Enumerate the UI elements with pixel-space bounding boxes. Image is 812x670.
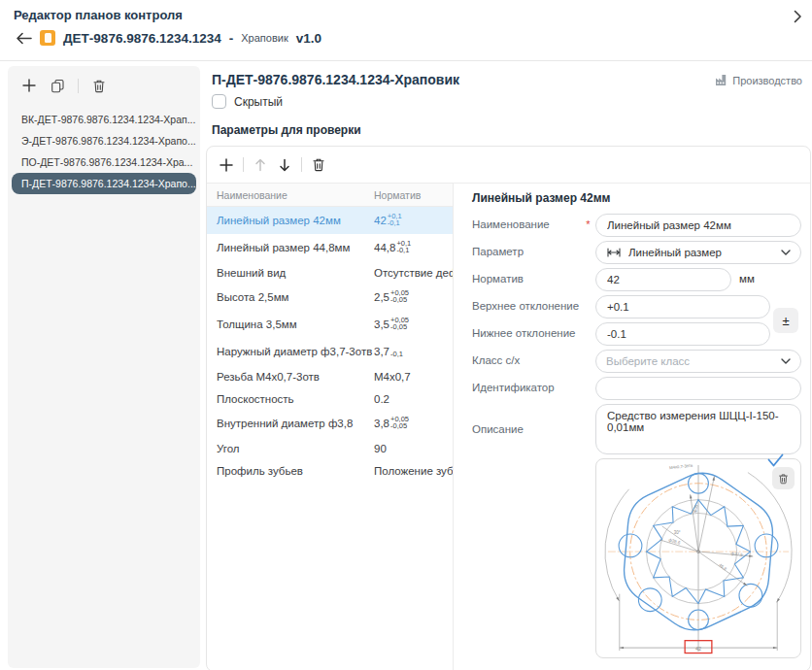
description-field[interactable]: Средство измерения ШЦЦ-I-150-0,01мм xyxy=(595,404,801,454)
collapse-panel-icon[interactable] xyxy=(787,6,808,27)
chevron-down-icon xyxy=(781,250,791,255)
document-icon xyxy=(40,30,55,46)
upper-deviation-field[interactable] xyxy=(595,295,770,318)
parameter-form: Линейный размер 42мм Наименование * Пара… xyxy=(454,184,810,670)
column-norm: Норматив xyxy=(374,189,453,201)
name-field[interactable] xyxy=(595,214,801,237)
sidebar-plan-item[interactable]: Э-ДЕТ-9876.9876.1234.1234-Храпо... xyxy=(12,130,196,151)
plans-sidebar: ВК-ДЕТ-9876.9876.1234.1234-Храп...Э-ДЕТ-… xyxy=(8,66,200,668)
status-badge: Производство xyxy=(714,72,802,86)
param-row[interactable]: Толщина 3,5мм3,5+0,05-0,05 xyxy=(207,311,453,338)
svg-text:46,8: 46,8 xyxy=(718,562,727,571)
param-row[interactable]: Профиль зубьевПоложение зубь... xyxy=(207,459,453,482)
lower-deviation-field[interactable] xyxy=(595,322,770,346)
param-name: Внутренний диаметр ф3,8 xyxy=(207,418,374,429)
identifier-field[interactable] xyxy=(595,377,801,400)
document-name: Храповик xyxy=(241,32,288,44)
param-row[interactable]: Угол90 xyxy=(207,437,453,459)
param-row[interactable]: Плоскостность0.2 xyxy=(207,387,453,410)
delete-image-button[interactable] xyxy=(772,467,795,489)
move-down-button[interactable] xyxy=(277,157,292,173)
toolbar-divider xyxy=(243,157,244,172)
param-norm: 42+0,1-0,1 xyxy=(374,214,453,228)
linear-dimension-icon xyxy=(606,248,622,257)
param-norm: 90 xyxy=(374,443,453,454)
breadcrumb: ДЕТ-9876.9876.1234.1234 - Храповик v1.0 xyxy=(16,28,321,48)
class-select[interactable]: Выберите класс xyxy=(595,350,801,373)
sidebar-plan-item[interactable]: П-ДЕТ-9876.9876.1234.1234-Храпо... xyxy=(12,173,196,194)
sidebar-toolbar xyxy=(8,66,200,102)
param-norm: 3,5+0,05-0,05 xyxy=(374,318,453,332)
param-name: Внешний вид xyxy=(207,267,374,279)
param-name: Линейный размер 42мм xyxy=(207,215,374,226)
deviation-group: Верхнее отклонение Нижнее отклонение ± xyxy=(472,295,810,346)
name-field-label: Наименование xyxy=(472,214,581,237)
class-select-placeholder: Выберите класс xyxy=(606,355,774,367)
param-row[interactable]: Внутренний диаметр ф3,83,8+0,05-0,05 xyxy=(207,410,453,437)
parameters-toolbar xyxy=(207,147,810,184)
param-norm: 0.2 xyxy=(374,393,453,405)
plus-minus-button[interactable]: ± xyxy=(773,308,798,333)
check-icon xyxy=(767,453,784,467)
part-drawing-box: 46,8ф37,5ф28,6ф3530°М4х0,7-3отв42 xyxy=(595,458,801,658)
document-version: v1.0 xyxy=(296,31,321,46)
page-title: Редактор планов контроля xyxy=(14,8,183,22)
add-plan-button[interactable] xyxy=(21,78,37,93)
production-icon xyxy=(714,74,727,86)
trash-icon xyxy=(778,472,789,486)
svg-text:30°: 30° xyxy=(674,530,681,535)
param-row[interactable]: Резьба М4х0,7-3отвМ4х0,7 xyxy=(207,365,453,387)
param-row[interactable]: Наружный диаметр ф3,7-3отв3,7 -0,1 xyxy=(207,338,453,365)
parameter-select[interactable]: Линейный размер xyxy=(595,241,801,264)
param-norm: 44,8+0,1-0,1 xyxy=(374,241,453,255)
param-norm: 2,5+0,05-0,05 xyxy=(374,290,453,305)
delete-plan-button[interactable] xyxy=(91,78,107,93)
param-row[interactable]: Высота 2,5мм2,5+0,05-0,05 xyxy=(207,284,453,311)
main-panel: П-ДЕТ-9876.9876.1234.1234-Храповик Произ… xyxy=(206,66,812,670)
document-code: ДЕТ-9876.9876.1234.1234 xyxy=(63,31,221,46)
norm-field[interactable] xyxy=(595,268,731,291)
required-asterisk: * xyxy=(581,214,595,237)
breadcrumb-separator: - xyxy=(229,31,234,46)
status-label: Производство xyxy=(732,75,802,86)
delete-parameter-button[interactable] xyxy=(311,157,326,173)
param-row[interactable]: Линейный размер 42мм42+0,1-0,1 xyxy=(207,207,453,234)
hidden-checkbox[interactable] xyxy=(212,94,226,109)
param-name: Толщина 3,5мм xyxy=(207,318,374,330)
toolbar-divider xyxy=(78,79,79,93)
description-field-label: Описание xyxy=(472,404,581,454)
param-name: Линейный размер 44,8мм xyxy=(207,242,374,253)
param-name: Плоскостность xyxy=(207,393,374,405)
param-name: Наружный диаметр ф3,7-3отв xyxy=(207,346,374,357)
norm-unit: мм xyxy=(731,268,755,291)
form-title: Линейный размер 42мм xyxy=(472,191,810,205)
svg-text:М4х0,7-3отв: М4х0,7-3отв xyxy=(669,463,694,471)
copy-plan-button[interactable] xyxy=(50,78,65,93)
param-norm: 3,8+0,05-0,05 xyxy=(374,417,453,431)
add-parameter-button[interactable] xyxy=(219,157,234,173)
param-norm: Отсутствие дефо... xyxy=(374,267,453,279)
toolbar-divider xyxy=(301,157,302,172)
parameters-panel: Наименование Норматив Линейный размер 42… xyxy=(206,146,811,670)
param-norm: М4х0,7 xyxy=(374,371,453,383)
param-row[interactable]: Внешний видОтсутствие дефо... xyxy=(207,261,453,284)
norm-field-label: Норматив xyxy=(472,268,581,291)
move-up-button[interactable] xyxy=(253,157,268,173)
sidebar-plan-item[interactable]: ВК-ДЕТ-9876.9876.1234.1234-Храп... xyxy=(12,109,196,130)
param-row[interactable]: Линейный размер 44,8мм44,8+0,1-0,1 xyxy=(207,234,453,261)
back-button[interactable] xyxy=(16,32,32,45)
param-norm: Положение зубь... xyxy=(374,465,453,477)
parameters-table: Наименование Норматив Линейный размер 42… xyxy=(207,184,454,670)
param-table-body: Линейный размер 42мм42+0,1-0,1Линейный р… xyxy=(207,207,453,482)
parameter-select-value: Линейный размер xyxy=(628,247,774,258)
class-field-label: Класс с/х xyxy=(472,350,581,373)
section-title: Параметры для проверки xyxy=(212,123,812,137)
sidebar-plan-item[interactable]: ПО-ДЕТ-9876.9876.1234.1234-Хра... xyxy=(12,151,196,173)
chevron-down-icon xyxy=(781,358,791,364)
param-norm: 3,7 -0,1 xyxy=(374,345,453,359)
param-name: Профиль зубьев xyxy=(207,465,374,477)
parameter-field-label: Параметр xyxy=(472,241,581,264)
drawing-svg: 46,8ф37,5ф28,6ф3530°М4х0,7-3отв42 xyxy=(596,459,800,657)
identifier-field-label: Идентификатор xyxy=(472,377,581,400)
column-name: Наименование xyxy=(207,189,374,201)
